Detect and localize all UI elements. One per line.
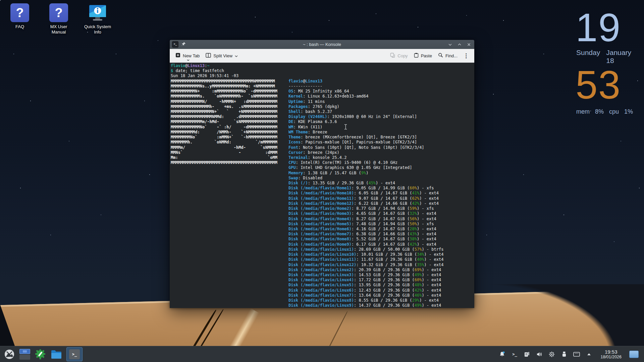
desktop-icon-label: MX User Manual bbox=[45, 24, 72, 35]
cpu-value: 1% bbox=[624, 108, 633, 115]
taskbar-date: 18/01/2026 bbox=[600, 355, 622, 359]
terminal-lead-lines: flavio@Linux13:~ $ date; time fastfetch … bbox=[171, 63, 474, 79]
maximize-button[interactable] bbox=[458, 43, 462, 47]
mem-value: 8% bbox=[595, 108, 604, 115]
split-view-button[interactable]: Split View bbox=[203, 52, 240, 60]
usb-device-icon[interactable] bbox=[560, 351, 568, 358]
clock-widget: 19 Sunday January 18 53 mem 8% cpu 1% bbox=[576, 9, 639, 115]
fastfetch-output: MMMMMMMMMMMMMMMMMMMMMMMMMMMMMMMMMMNMMMMM… bbox=[171, 79, 474, 166]
split-view-label: Split View bbox=[213, 53, 232, 58]
taskbar-clock[interactable]: 19:53 18/01/2026 bbox=[600, 349, 622, 360]
paste-button[interactable]: Paste bbox=[412, 51, 434, 60]
dark-corner bbox=[476, 284, 644, 347]
text-cursor-pointer bbox=[344, 124, 347, 131]
paste-icon bbox=[414, 53, 419, 59]
taskbar: >_ >_ 19:53 18/01/2026 bbox=[0, 346, 644, 362]
desktop-icon-faq[interactable]: ? FAQ bbox=[4, 3, 36, 35]
close-button[interactable] bbox=[467, 43, 471, 47]
desktop-icon-mx-user-manual[interactable]: ? MX User Manual bbox=[43, 3, 74, 35]
konsole-titlebar[interactable]: >_ ~ : bash — Konsole bbox=[170, 40, 474, 49]
pager-desktop-1[interactable] bbox=[19, 349, 30, 354]
desktop-icon-label: FAQ bbox=[15, 24, 24, 29]
chevron-down-icon bbox=[187, 57, 190, 62]
chevron-down-icon bbox=[235, 53, 238, 58]
notifications-bell-icon[interactable] bbox=[498, 351, 506, 358]
window-title: ~ : bash — Konsole bbox=[170, 42, 474, 47]
copy-button[interactable]: Copy bbox=[388, 51, 410, 60]
pin-icon[interactable] bbox=[181, 42, 186, 47]
paste-label: Paste bbox=[421, 53, 432, 58]
star-field bbox=[0, 0, 1, 1]
clock-hour: 19 bbox=[576, 9, 639, 46]
cpu-label: cpu bbox=[609, 108, 619, 115]
volume-icon[interactable] bbox=[536, 351, 543, 358]
konsole-taskbar-icon[interactable]: >_ bbox=[66, 347, 83, 361]
copy-label: Copy bbox=[397, 53, 408, 58]
question-mark-icon: ? bbox=[49, 3, 68, 22]
clock-day-name: Sunday bbox=[576, 49, 600, 65]
find-button[interactable]: Find... bbox=[436, 51, 460, 60]
system-info-monitor-icon bbox=[88, 3, 107, 22]
file-manager-folder-icon[interactable] bbox=[50, 348, 62, 360]
settings-gear-icon[interactable] bbox=[548, 351, 555, 358]
system-stats-row: mem 8% cpu 1% bbox=[576, 108, 639, 115]
expand-tray-chevron-icon[interactable] bbox=[585, 351, 593, 358]
clock-minute: 53 bbox=[576, 67, 639, 103]
show-desktop-button[interactable] bbox=[629, 351, 639, 358]
desktop-icon-label: Quick System Info bbox=[83, 24, 113, 35]
new-tab-icon bbox=[175, 53, 180, 59]
konsole-window: >_ ~ : bash — Konsole New Tab bbox=[170, 40, 474, 308]
new-tab-label: New Tab bbox=[183, 53, 200, 58]
clock-date-row: Sunday January 18 bbox=[576, 49, 639, 65]
mem-label: mem bbox=[576, 108, 590, 115]
new-tab-button[interactable]: New Tab bbox=[173, 51, 202, 60]
desktop-icons: ? FAQ ? MX User Manual Quick System Info bbox=[4, 3, 113, 35]
mx-menu-icon[interactable] bbox=[3, 348, 15, 360]
minimize-button[interactable] bbox=[448, 43, 452, 47]
desktop-icon-quick-system-info[interactable]: Quick System Info bbox=[82, 3, 113, 35]
network-icon[interactable] bbox=[573, 351, 580, 358]
konsole-toolbar: New Tab Split View Copy Paste bbox=[170, 49, 474, 63]
search-icon bbox=[438, 53, 443, 59]
virtual-desktop-pager[interactable] bbox=[19, 349, 30, 360]
terminal-view[interactable]: flavio@Linux13:~ $ date; time fastfetch … bbox=[170, 63, 474, 308]
find-label: Find... bbox=[445, 53, 458, 58]
clipboard-icon[interactable] bbox=[523, 351, 531, 358]
clock-date: January 18 bbox=[606, 49, 639, 65]
terminal-icon: >_ bbox=[69, 349, 80, 359]
question-mark-icon: ? bbox=[10, 3, 29, 22]
split-view-icon bbox=[206, 53, 211, 59]
taskbar-time: 19:53 bbox=[600, 349, 622, 355]
fastfetch-info: flavio@Linux13 -------------- OS: MX 25 … bbox=[288, 79, 443, 308]
pager-desktop-2[interactable] bbox=[19, 355, 30, 360]
copy-icon bbox=[390, 53, 395, 59]
konsole-window-icon[interactable]: >_ bbox=[172, 41, 178, 48]
overflow-menu-icon[interactable]: ⋮ bbox=[461, 52, 471, 59]
mx-tools-icon[interactable] bbox=[34, 348, 46, 360]
terminal-tray-icon[interactable]: >_ bbox=[511, 351, 518, 358]
